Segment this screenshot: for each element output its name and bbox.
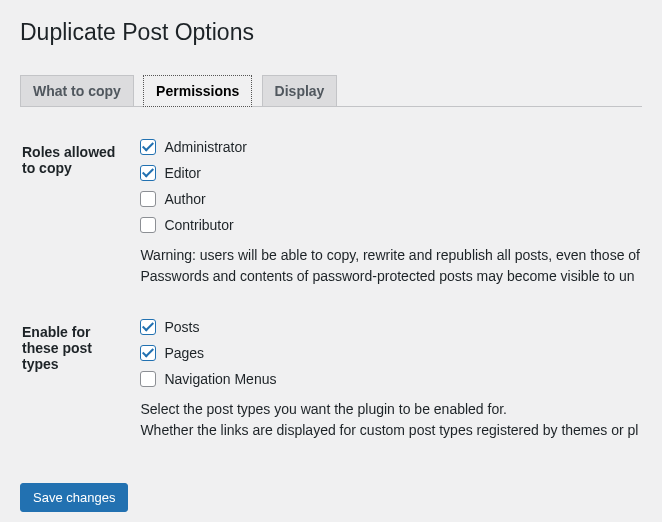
checkbox-editor[interactable]	[140, 165, 156, 181]
checkbox-administrator[interactable]	[140, 139, 156, 155]
label-navigation-menus[interactable]: Navigation Menus	[164, 371, 276, 387]
tab-what-to-copy[interactable]: What to copy	[20, 75, 134, 107]
post-types-heading: Enable for these post types	[22, 309, 138, 461]
tab-nav: What to copy Permissions Display	[20, 66, 642, 107]
label-posts[interactable]: Posts	[164, 319, 199, 335]
label-author[interactable]: Author	[164, 191, 205, 207]
label-contributor[interactable]: Contributor	[164, 217, 233, 233]
page-title: Duplicate Post Options	[20, 10, 642, 66]
checkbox-posts[interactable]	[140, 319, 156, 335]
checkbox-contributor[interactable]	[140, 217, 156, 233]
roles-heading: Roles allowed to copy	[22, 129, 138, 307]
label-editor[interactable]: Editor	[164, 165, 201, 181]
save-button[interactable]: Save changes	[20, 483, 128, 512]
tab-display[interactable]: Display	[262, 75, 338, 107]
roles-description: Warning: users will be able to copy, rew…	[140, 245, 640, 287]
checkbox-pages[interactable]	[140, 345, 156, 361]
label-pages[interactable]: Pages	[164, 345, 204, 361]
checkbox-author[interactable]	[140, 191, 156, 207]
checkbox-navigation-menus[interactable]	[140, 371, 156, 387]
tab-permissions[interactable]: Permissions	[143, 75, 252, 107]
label-administrator[interactable]: Administrator	[164, 139, 246, 155]
post-types-description: Select the post types you want the plugi…	[140, 399, 640, 441]
